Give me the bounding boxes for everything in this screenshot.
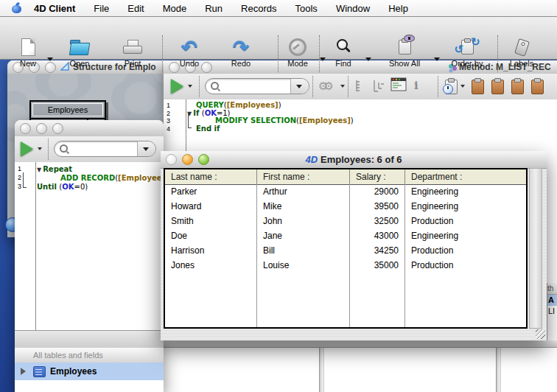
code-window-icon[interactable]: [390, 77, 407, 95]
clipboard-2-icon[interactable]: [491, 80, 504, 94]
clipboard-4-icon[interactable]: [531, 80, 544, 94]
table-cell[interactable]: Howard: [165, 199, 256, 214]
records-table[interactable]: Last name :First name :Salary :Departmen…: [164, 168, 528, 329]
side-list-item[interactable]: LI: [547, 306, 557, 317]
table-cell[interactable]: Production: [405, 258, 526, 273]
menu-item-run[interactable]: Run: [205, 3, 223, 14]
table-cell[interactable]: 43000: [350, 228, 404, 243]
resize-grip[interactable]: [536, 329, 545, 339]
menu-item-mode[interactable]: Mode: [163, 3, 187, 14]
bottom-pane[interactable]: [501, 348, 557, 392]
table-cell[interactable]: Engineering: [405, 228, 526, 243]
run-icon[interactable]: [21, 141, 33, 156]
toolbar-button-show-all[interactable]: Show All: [375, 36, 434, 70]
tables-panel-list[interactable]: Employees: [15, 363, 164, 392]
table-cell[interactable]: Jones: [165, 258, 256, 273]
horizontal-scrollbar[interactable]: [15, 330, 164, 349]
table-list-item-employees[interactable]: Employees: [15, 363, 164, 380]
macros-gear-icon[interactable]: ⚙⚙: [318, 80, 329, 93]
table-cell[interactable]: Production: [405, 214, 526, 228]
apple-menu-icon[interactable]: [12, 3, 21, 13]
table-cell[interactable]: Jane: [257, 228, 349, 243]
table-cell[interactable]: Bill: [257, 243, 349, 258]
table-cell[interactable]: Parker: [165, 184, 256, 199]
column-header-1[interactable]: First name :: [257, 169, 350, 184]
code-line-3[interactable]: Until (OK=0): [35, 183, 164, 192]
method-side-list[interactable]: th ALI: [547, 283, 557, 340]
run-dropdown-arrow[interactable]: [188, 85, 192, 90]
zoom-button[interactable]: [52, 123, 63, 134]
app-menu[interactable]: 4D Client: [34, 3, 75, 14]
vertical-scrollbar[interactable]: [529, 168, 542, 329]
toolbar-button-new[interactable]: New: [9, 36, 47, 70]
run-icon[interactable]: [171, 79, 183, 94]
toolbar-button-redo[interactable]: ↷Redo: [222, 36, 260, 70]
table-cell[interactable]: 39500: [350, 199, 404, 214]
table-cell[interactable]: 35000: [350, 258, 404, 273]
search-dropdown[interactable]: [137, 141, 155, 156]
table-cell[interactable]: Engineering: [405, 184, 526, 199]
clipboard-history-icon[interactable]: [445, 80, 458, 94]
bottom-pane[interactable]: [324, 348, 496, 392]
table-cell[interactable]: John: [257, 214, 349, 228]
info-icon[interactable]: i: [414, 79, 418, 92]
clipboard-dropdown-arrow[interactable]: [460, 85, 465, 90]
code-editor[interactable]: 123 ▼RepeatADD RECORD([Employees])Until …: [15, 162, 164, 330]
toolbar-button-labels[interactable]: Labels: [502, 36, 542, 70]
records-window[interactable]: 4DEmployees: 6 of 6 Last name :First nam…: [161, 151, 547, 340]
minimize-button[interactable]: [36, 123, 47, 134]
bottom-pane[interactable]: [164, 348, 319, 392]
side-list-item[interactable]: A: [547, 295, 557, 306]
table-cell[interactable]: 29000: [350, 184, 404, 199]
code-line-4[interactable]: End if: [186, 125, 354, 133]
column-header-2[interactable]: Salary :: [350, 169, 405, 184]
toolbar-button-mode[interactable]: Mode: [276, 36, 320, 70]
search-dropdown[interactable]: [290, 79, 309, 94]
menu-item-records[interactable]: Records: [241, 3, 276, 14]
records-table-header[interactable]: Last name :First name :Salary :Departmen…: [165, 169, 526, 185]
disclosure-triangle-icon[interactable]: [21, 368, 29, 375]
structure-table-name[interactable]: Employees: [32, 103, 103, 116]
column-header-3[interactable]: Department :: [405, 169, 526, 184]
menu-item-edit[interactable]: Edit: [127, 3, 144, 14]
clipboard-1-icon[interactable]: [472, 80, 484, 94]
code-line-1[interactable]: ▼Repeat: [35, 165, 164, 174]
table-cell[interactable]: Louise: [257, 258, 349, 273]
column-header-0[interactable]: Last name :: [165, 169, 257, 184]
fold-triangle-icon[interactable]: ▼: [37, 167, 41, 173]
menu-item-help[interactable]: Help: [388, 3, 408, 14]
macros-dropdown-arrow[interactable]: [340, 85, 345, 90]
toolbar-button-print[interactable]: Print: [113, 36, 152, 70]
records-titlebar[interactable]: 4DEmployees: 6 of 6: [161, 151, 547, 169]
table-cell[interactable]: Engineering: [405, 199, 526, 214]
run-dropdown-arrow[interactable]: [38, 147, 42, 153]
records-table-body[interactable]: ParkerHowardSmithDoeHarrisonJonesArthurM…: [165, 184, 526, 327]
clipboard-3-icon[interactable]: [511, 80, 524, 94]
code-lines[interactable]: ▼RepeatADD RECORD([Employees])Until (OK=…: [35, 165, 164, 192]
code-line-2[interactable]: ADD RECORD([Employees]): [35, 174, 164, 183]
table-cell[interactable]: 34250: [350, 243, 404, 258]
close-button[interactable]: [20, 123, 31, 134]
toolbar-button-undo[interactable]: ↶Undo: [170, 36, 209, 70]
method-add-window[interactable]: 123 ▼RepeatADD RECORD([Employees])Until …: [15, 120, 164, 392]
table-cell[interactable]: Mike: [257, 199, 349, 214]
search-input[interactable]: [54, 141, 156, 157]
method-add-titlebar[interactable]: [15, 120, 164, 137]
table-cell[interactable]: Production: [405, 243, 526, 258]
table-cell[interactable]: Harrison: [165, 243, 256, 258]
table-cell[interactable]: Smith: [165, 214, 256, 228]
menu-item-file[interactable]: File: [94, 3, 109, 14]
outline-expand-icon[interactable]: [372, 80, 385, 96]
toolbar-button-find[interactable]: Find: [321, 36, 365, 70]
code-lines[interactable]: QUERY([Employees])▼If (OK=1)MODIFY SELEC…: [186, 102, 354, 133]
table-cell[interactable]: 32500: [350, 214, 404, 228]
menu-item-window[interactable]: Window: [336, 3, 370, 14]
table-cell[interactable]: Arthur: [257, 184, 349, 199]
dropdown-arrow-icon[interactable]: [365, 57, 371, 64]
toolbar-button-open[interactable]: Open: [60, 36, 99, 70]
outline-collapse-icon[interactable]: [355, 80, 365, 96]
toolbar-button-order-by[interactable]: ↺↻Order by: [440, 36, 494, 70]
menu-item-tools[interactable]: Tools: [295, 3, 318, 14]
search-input[interactable]: [205, 78, 309, 94]
dropdown-arrow-icon[interactable]: [47, 57, 53, 64]
